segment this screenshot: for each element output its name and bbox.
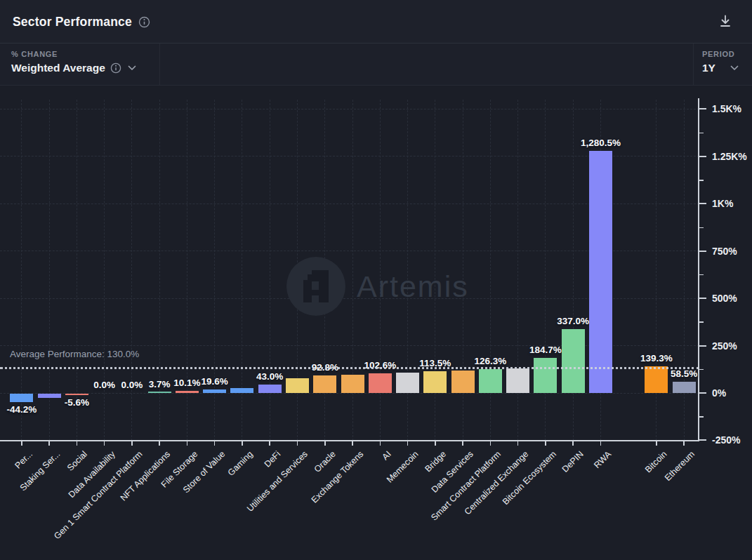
y-axis-tick — [699, 345, 706, 347]
bar-exchange-tokens[interactable] — [341, 375, 364, 393]
y-axis-minor-tick — [699, 180, 704, 181]
bar-ethereum[interactable] — [673, 382, 696, 393]
y-axis-minor-tick — [699, 227, 704, 229]
bar-value-label: 139.3% — [640, 353, 673, 364]
bar-gaming[interactable] — [230, 388, 253, 393]
bar-utilities-and-services[interactable] — [286, 378, 309, 393]
bar-nft-applications[interactable] — [148, 392, 171, 393]
bar-smart-contract-platform[interactable] — [479, 369, 502, 393]
metric-control: % CHANGE Weighted Average — [0, 44, 160, 86]
gridline-vertical — [49, 100, 50, 441]
bar-value-label: 126.3% — [474, 356, 506, 366]
bar-bridge[interactable] — [423, 371, 447, 393]
x-axis-tick — [407, 440, 409, 446]
category-label: AI — [380, 449, 393, 462]
y-axis-tick — [699, 392, 706, 394]
bar-ai[interactable] — [369, 373, 392, 393]
chart-area: Artemis Average Performance: 130.0% 1.5K… — [0, 86, 752, 560]
x-axis-tick — [380, 440, 381, 446]
category-label: Bitcoin Ecosystem — [501, 449, 558, 507]
period-value: 1Y — [702, 62, 715, 74]
y-axis-tick — [699, 298, 706, 299]
y-axis-minor-tick — [699, 274, 704, 276]
bar-bitcoin-ecosystem[interactable] — [534, 358, 557, 393]
bar-defi[interactable] — [258, 385, 282, 393]
x-axis-tick — [187, 440, 188, 446]
bar-centralized-exchange[interactable] — [506, 368, 529, 393]
bar-value-label: 19.6% — [202, 376, 228, 387]
y-axis-label: 500% — [712, 293, 751, 304]
x-axis-tick — [517, 440, 519, 446]
y-axis-tick — [699, 203, 706, 204]
category-label: Gaming — [226, 449, 255, 478]
y-axis-minor-tick — [699, 321, 704, 323]
bar-staking-ser[interactable] — [38, 394, 61, 398]
bar-rwa[interactable] — [589, 151, 612, 393]
chart-toolbar: % CHANGE Weighted Average PERIOD 1Y — [0, 44, 752, 86]
y-axis — [698, 98, 699, 441]
y-axis-label: 250% — [712, 340, 751, 352]
bar-value-label: 184.7% — [529, 345, 562, 355]
x-axis-tick — [21, 440, 22, 446]
x-axis-tick — [435, 440, 436, 446]
period-label: PERIOD — [702, 50, 741, 58]
period-dropdown[interactable]: 1Y — [702, 62, 741, 74]
x-axis-tick — [572, 440, 574, 446]
category-label: Bitcoin — [643, 449, 668, 474]
y-axis-label: 1.25K% — [712, 151, 751, 162]
download-button[interactable] — [716, 13, 734, 31]
bar-value-label: 10.1% — [173, 378, 200, 388]
metric-label: % CHANGE — [11, 50, 148, 58]
bar-per[interactable] — [10, 394, 33, 402]
bar-bitcoin[interactable] — [645, 366, 668, 393]
bar-store-of-value[interactable] — [203, 389, 226, 393]
y-axis-tick — [699, 156, 706, 157]
bar-file-storage[interactable] — [176, 391, 199, 393]
y-axis-label: 1K% — [712, 198, 751, 209]
bar-value-label: 43.0% — [256, 371, 283, 382]
y-axis-label: 750% — [712, 246, 751, 257]
y-axis-tick — [699, 251, 706, 252]
x-axis-tick — [545, 440, 546, 446]
bar-value-label: 337.0% — [557, 316, 589, 326]
bar-oracle[interactable] — [313, 375, 336, 393]
sector-performance-card: Sector Performance % CHANGE Weighted Ave… — [0, 0, 752, 560]
bar-data-services[interactable] — [451, 371, 475, 393]
page-title: Sector Performance — [13, 15, 132, 29]
category-label: DePIN — [560, 449, 586, 474]
metric-dropdown[interactable]: Weighted Average — [11, 62, 148, 74]
metric-value: Weighted Average — [11, 62, 105, 74]
bar-memecoin[interactable] — [396, 373, 419, 393]
title-info-icon[interactable] — [138, 16, 150, 28]
category-label: NFT Applications — [119, 449, 173, 503]
gridline-vertical — [21, 100, 22, 441]
x-axis-tick — [269, 440, 270, 446]
y-axis-minor-tick — [699, 416, 704, 418]
average-line-label: Average Performance: 130.0% — [10, 349, 139, 359]
period-control: PERIOD 1Y — [693, 44, 752, 86]
metric-info-icon[interactable] — [110, 62, 121, 74]
bar-value-label: 0.0% — [93, 380, 115, 390]
x-axis — [0, 440, 699, 441]
x-axis-tick — [490, 440, 492, 446]
x-axis-tick — [131, 440, 133, 446]
bar-value-label: 0.0% — [121, 380, 143, 390]
bar-social[interactable] — [65, 394, 88, 395]
category-label: RWA — [592, 449, 613, 470]
y-axis-minor-tick — [699, 369, 704, 371]
card-header: Sector Performance — [0, 0, 752, 44]
average-line — [0, 367, 699, 369]
bar-value-label: -44.2% — [6, 404, 37, 415]
chevron-down-icon — [128, 65, 136, 71]
category-label: Oracle — [312, 449, 338, 474]
category-label: Exchange Tokens — [309, 449, 365, 505]
watermark: Artemis — [286, 257, 469, 316]
x-axis-tick — [77, 440, 78, 446]
bar-depin[interactable] — [562, 329, 585, 393]
category-label: Bridge — [423, 449, 447, 474]
category-label: Per... — [13, 449, 34, 471]
x-axis-tick — [324, 440, 326, 446]
x-axis-tick — [297, 440, 298, 446]
gridline-vertical — [187, 100, 187, 441]
x-axis-tick — [656, 440, 657, 446]
